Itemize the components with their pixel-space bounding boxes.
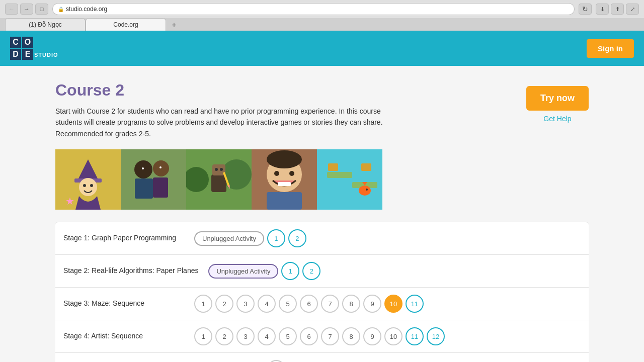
level-bubble-stage3-5[interactable]: 5 xyxy=(279,295,297,313)
svg-point-5 xyxy=(90,184,93,187)
svg-point-26 xyxy=(274,171,279,176)
stage-name-2: Stage 2: Real-life Algorithms: Paper Pla… xyxy=(63,266,198,276)
unplugged-button-1[interactable]: Unplugged Activity xyxy=(194,231,264,246)
level-bubble-stage3-7[interactable]: 7 xyxy=(321,295,339,313)
level-bubble-stage2-1[interactable]: 1 xyxy=(281,262,299,280)
try-now-button[interactable]: Try now xyxy=(526,86,589,111)
level-bubble-stage4-6[interactable]: 6 xyxy=(300,327,318,345)
svg-rect-10 xyxy=(135,178,153,199)
svg-point-33 xyxy=(359,186,371,196)
course-header-left: Course 2 Start with Course 2 for student… xyxy=(55,81,526,149)
sign-in-button[interactable]: Sign in xyxy=(587,39,634,58)
level-bubble-stage1-2[interactable]: 2 xyxy=(288,229,306,247)
level-bubble-stage3-4[interactable]: 4 xyxy=(258,295,276,313)
stages-container: Stage 1: Graph Paper ProgrammingUnplugge… xyxy=(55,222,589,362)
course-image-5 xyxy=(317,149,382,210)
page-wrapper: Course 2 Start with Course 2 for student… xyxy=(0,66,644,362)
svg-point-25 xyxy=(267,150,302,168)
level-bubble-stage4-7[interactable]: 7 xyxy=(321,327,339,345)
main-content: Course 2 Start with Course 2 for student… xyxy=(45,66,599,362)
nav-buttons: ← → □ xyxy=(5,4,48,15)
course-image-4 xyxy=(252,149,317,210)
svg-point-4 xyxy=(83,184,86,187)
new-tab-button[interactable]: + xyxy=(168,20,180,31)
level-bubble-stage4-8[interactable]: 8 xyxy=(342,327,360,345)
course-description: Start with Course 2 for students who can… xyxy=(55,106,408,139)
level-bubble-stage4-1[interactable]: 1 xyxy=(194,327,212,345)
course-title: Course 2 xyxy=(55,81,526,100)
svg-rect-28 xyxy=(278,182,291,186)
tab-1[interactable]: (1) Đỗ Ngọc xyxy=(5,18,86,31)
level-bubble-stage3-3[interactable]: 3 xyxy=(236,295,255,313)
svg-point-12 xyxy=(142,167,144,169)
level-bubble-stage4-9[interactable]: 9 xyxy=(363,327,381,345)
level-bubble-stage3-10[interactable]: 10 xyxy=(384,295,403,313)
course-image-3 xyxy=(186,149,252,210)
level-bubble-stage3-11[interactable]: 11 xyxy=(406,295,424,313)
stage-row-1: Stage 1: Graph Paper ProgrammingUnplugge… xyxy=(55,222,589,255)
level-bubble-stage3-2[interactable]: 2 xyxy=(215,295,233,313)
unplugged-button-2[interactable]: Unplugged Activity xyxy=(208,264,278,279)
svg-point-35 xyxy=(366,189,368,191)
svg-rect-31 xyxy=(327,172,352,178)
course-images: ★ xyxy=(55,149,589,210)
back-button[interactable]: ← xyxy=(5,4,18,15)
stage-row-2: Stage 2: Real-life Algorithms: Paper Pla… xyxy=(55,255,589,288)
logo-studio-text: STUDIO xyxy=(34,52,58,60)
level-bubble-stage4-3[interactable]: 3 xyxy=(236,327,255,345)
level-bubble-stage4-5[interactable]: 5 xyxy=(279,327,297,345)
robot-svg xyxy=(186,149,252,210)
logo-wrapper[interactable]: C O D E STUDIO xyxy=(10,37,58,60)
svg-text:★: ★ xyxy=(65,196,74,207)
stage-activities-5: Unplugged Activity1 xyxy=(194,360,285,362)
browser-toolbar: ← → □ 🔒 studio.code.org ↻ ⬇ ⬆ ⤢ xyxy=(0,0,644,18)
logo-c: C xyxy=(10,37,21,48)
course-image-1: ★ xyxy=(55,149,121,210)
level-bubble-stage4-11[interactable]: 11 xyxy=(406,327,424,345)
download-button[interactable]: ⬇ xyxy=(596,4,609,15)
svg-point-13 xyxy=(159,166,162,168)
svg-rect-17 xyxy=(211,174,226,192)
svg-point-20 xyxy=(220,168,223,171)
course-header-right: Try now Get Help xyxy=(526,81,589,123)
level-bubble-stage1-1[interactable]: 1 xyxy=(267,229,285,247)
browser-chrome: ← → □ 🔒 studio.code.org ↻ ⬇ ⬆ ⤢ (1) Đỗ N… xyxy=(0,0,644,31)
level-bubble-stage3-8[interactable]: 8 xyxy=(342,295,360,313)
level-bubble-stage3-9[interactable]: 9 xyxy=(363,295,381,313)
get-help-link[interactable]: Get Help xyxy=(543,115,571,123)
tab-2[interactable]: Code.org xyxy=(86,18,166,31)
stage-name-3: Stage 3: Maze: Sequence xyxy=(63,299,184,309)
stage-row-4: Stage 4: Artist: Sequence123456789101112 xyxy=(55,320,589,353)
stage-activities-3: 1234567891011 xyxy=(194,295,424,313)
stage-activities-2: Unplugged Activity12 xyxy=(208,262,320,280)
level-bubble-stage4-12[interactable]: 12 xyxy=(427,327,445,345)
svg-point-27 xyxy=(289,171,294,176)
svg-point-19 xyxy=(215,168,218,171)
svg-point-8 xyxy=(134,160,152,178)
students-svg xyxy=(121,149,186,210)
level-bubble-stage4-4[interactable]: 4 xyxy=(258,327,276,345)
level-bubble-stage4-2[interactable]: 2 xyxy=(215,327,233,345)
stage-row-3: Stage 3: Maze: Sequence1234567891011 xyxy=(55,288,589,320)
svg-rect-36 xyxy=(328,163,338,171)
level-bubble-stage2-2[interactable]: 2 xyxy=(302,262,320,280)
level-bubble-stage4-10[interactable]: 10 xyxy=(384,327,403,345)
course-header-row: Course 2 Start with Course 2 for student… xyxy=(55,81,589,149)
url-bar[interactable]: 🔒 studio.code.org xyxy=(52,3,575,15)
level-bubble-stage3-6[interactable]: 6 xyxy=(300,295,318,313)
logo-o: O xyxy=(22,37,33,48)
forward-button[interactable]: → xyxy=(20,4,33,15)
fullscreen-button[interactable]: ⤢ xyxy=(626,4,639,15)
svg-point-9 xyxy=(153,160,169,176)
share-button[interactable]: ⬆ xyxy=(611,4,624,15)
reload-button[interactable]: ↻ xyxy=(579,4,592,15)
logo-d: D xyxy=(10,49,21,60)
stage-row-5: Stage 5: Getting LoopyUnplugged Activity… xyxy=(55,353,589,362)
level-bubble-stage3-1[interactable]: 1 xyxy=(194,295,212,313)
level-bubble-stage5-1[interactable]: 1 xyxy=(267,360,285,362)
stage-name-4: Stage 4: Artist: Sequence xyxy=(63,331,184,341)
stage-activities-4: 123456789101112 xyxy=(194,327,445,345)
view-button[interactable]: □ xyxy=(35,4,48,15)
stage-activities-1: Unplugged Activity12 xyxy=(194,229,306,247)
svg-rect-37 xyxy=(361,163,371,171)
